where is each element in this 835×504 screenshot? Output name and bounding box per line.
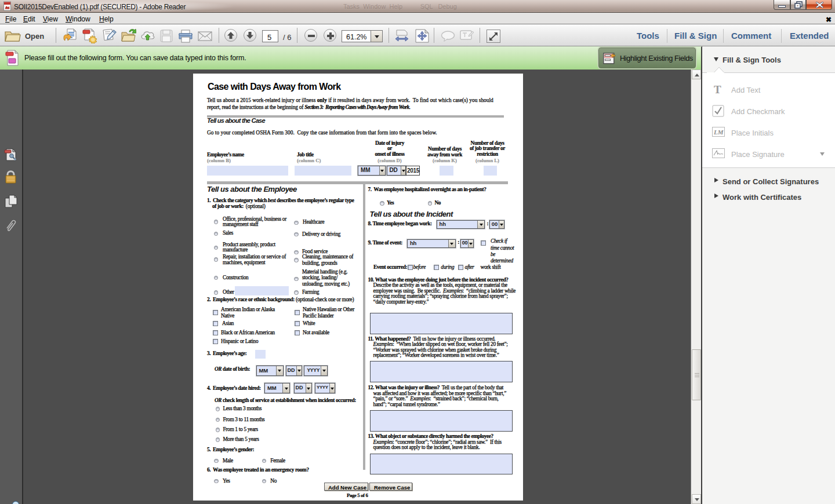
svg-text:LM: LM — [713, 129, 724, 136]
